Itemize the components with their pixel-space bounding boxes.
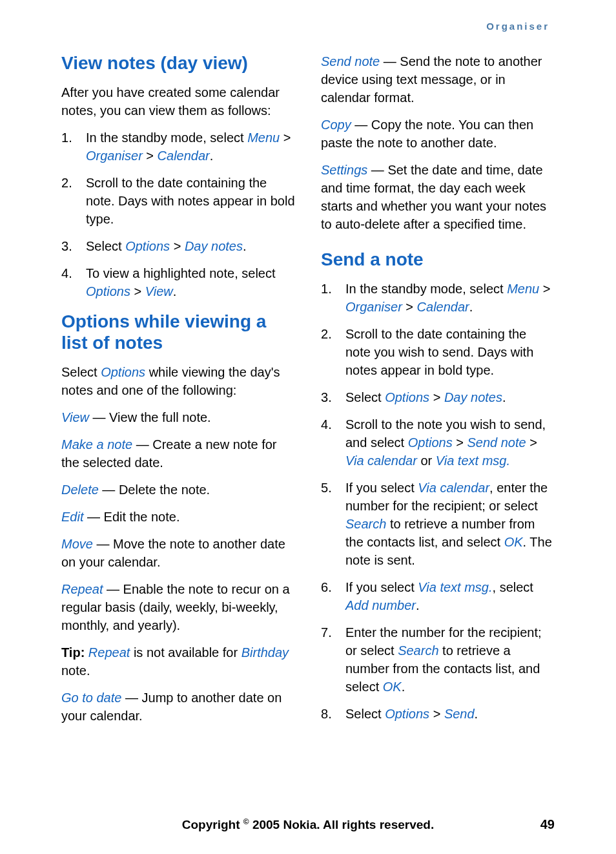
list-item: Enter the number for the recipient; or s… xyxy=(321,623,555,696)
right-column: Send note — Send the note to another dev… xyxy=(321,52,555,734)
via-text-msg-term: Via text msg. xyxy=(418,580,492,594)
list-item: If you select Via calendar, enter the nu… xyxy=(321,479,555,569)
view-notes-steps: In the standby mode, select Menu > Organ… xyxy=(61,129,295,300)
heading-options-list: Options while viewing a list of notes xyxy=(61,311,295,354)
option-send-note: Send note — Send the note to another dev… xyxy=(321,52,555,107)
day-notes-term: Day notes xyxy=(185,239,243,253)
page-footer: Copyright © 2005 Nokia. All rights reser… xyxy=(0,817,616,832)
option-copy: Copy — Copy the note. You can then paste… xyxy=(321,116,555,152)
options-term: Options xyxy=(101,365,145,379)
add-number-term: Add number xyxy=(345,598,416,612)
search-term: Search xyxy=(398,643,438,658)
options-term: Options xyxy=(125,239,170,253)
menu-term: Menu xyxy=(247,130,280,145)
list-item: Scroll to the date containing the note y… xyxy=(321,325,555,379)
edit-term: Edit xyxy=(61,510,83,524)
header-section-label: Organiser xyxy=(61,21,555,32)
list-item: Select Options > Day notes. xyxy=(321,388,555,406)
send-note-term: Send note xyxy=(321,54,380,68)
options-term: Options xyxy=(385,707,429,721)
repeat-term: Repeat xyxy=(61,582,103,596)
options-term: Options xyxy=(86,284,130,298)
ok-term: OK xyxy=(504,535,523,549)
option-goto-date: Go to date — Jump to another date on you… xyxy=(61,689,295,725)
list-item: In the standby mode, select Menu > Organ… xyxy=(321,280,555,316)
repeat-term: Repeat xyxy=(88,645,130,660)
option-view: View — View the full note. xyxy=(61,408,295,426)
list-item: If you select Via text msg., select Add … xyxy=(321,578,555,614)
via-text-msg-term: Via text msg. xyxy=(436,453,510,468)
send-term: Send xyxy=(444,707,475,721)
content-columns: View notes (day view) After you have cre… xyxy=(61,52,555,734)
delete-term: Delete xyxy=(61,483,99,497)
menu-term: Menu xyxy=(507,282,539,296)
list-item: To view a highlighted note, select Optio… xyxy=(61,264,295,300)
ok-term: OK xyxy=(383,680,402,694)
calendar-term: Calendar xyxy=(417,300,469,314)
move-term: Move xyxy=(61,537,93,551)
option-settings: Settings — Set the date and time, date a… xyxy=(321,161,555,233)
intro-paragraph: After you have created some calendar not… xyxy=(61,83,295,120)
left-column: View notes (day view) After you have cre… xyxy=(61,52,295,734)
settings-term: Settings xyxy=(321,163,367,177)
options-intro: Select Options while viewing the day's n… xyxy=(61,363,295,399)
list-item: In the standby mode, select Menu > Organ… xyxy=(61,129,295,165)
via-calendar-term: Via calendar xyxy=(418,481,489,495)
send-note-term: Send note xyxy=(467,435,526,450)
make-note-term: Make a note xyxy=(61,437,132,452)
view-term: View xyxy=(61,410,89,424)
options-term: Options xyxy=(385,390,429,404)
day-notes-term: Day notes xyxy=(444,390,502,404)
goto-date-term: Go to date xyxy=(61,691,121,705)
view-term: View xyxy=(145,284,173,298)
send-note-steps: In the standby mode, select Menu > Organ… xyxy=(321,280,555,723)
via-calendar-term: Via calendar xyxy=(345,453,417,468)
page-number: 49 xyxy=(540,817,555,832)
options-term: Options xyxy=(408,435,453,450)
copy-term: Copy xyxy=(321,118,351,132)
search-term: Search xyxy=(345,517,386,531)
organiser-term: Organiser xyxy=(86,149,143,163)
heading-send-note: Send a note xyxy=(321,249,555,271)
tip-paragraph: Tip: Repeat is not available for Birthda… xyxy=(61,643,295,680)
copyright-text: Copyright © 2005 Nokia. All rights reser… xyxy=(182,817,434,832)
option-repeat: Repeat — Enable the note to recur on a r… xyxy=(61,580,295,634)
heading-view-notes: View notes (day view) xyxy=(61,52,295,74)
list-item: Select Options > Send. xyxy=(321,705,555,723)
list-item: Scroll to the note you wish to send, and… xyxy=(321,415,555,470)
option-edit: Edit — Edit the note. xyxy=(61,508,295,526)
option-move: Move — Move the note to another date on … xyxy=(61,535,295,571)
option-delete: Delete — Delete the note. xyxy=(61,481,295,499)
list-item: Scroll to the date containing the note. … xyxy=(61,174,295,228)
birthday-term: Birthday xyxy=(241,645,289,660)
option-make-note: Make a note — Create a new note for the … xyxy=(61,435,295,472)
list-item: Select Options > Day notes. xyxy=(61,237,295,255)
calendar-term: Calendar xyxy=(158,149,210,163)
organiser-term: Organiser xyxy=(345,300,402,314)
